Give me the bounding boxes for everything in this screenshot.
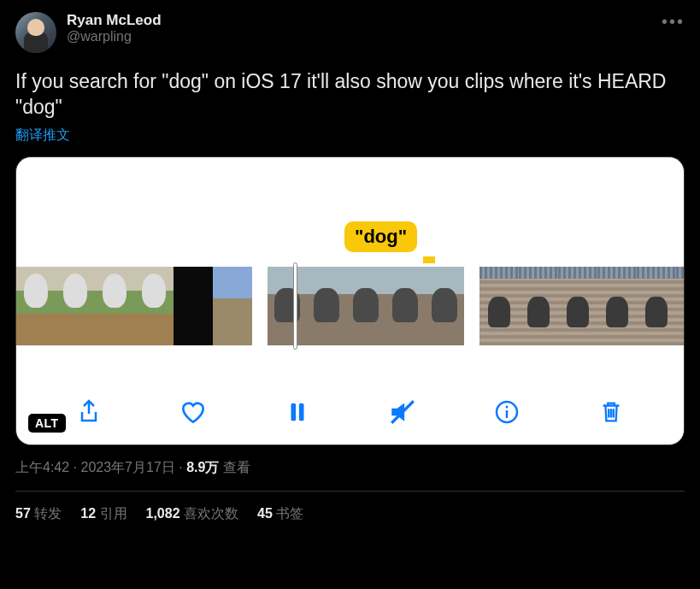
stat-bookmarks[interactable]: 45 书签 xyxy=(257,505,303,523)
caption-bubble: "dog" xyxy=(344,221,417,252)
thumbnail xyxy=(385,267,425,345)
translate-link[interactable]: 翻译推文 xyxy=(15,127,685,144)
author-names[interactable]: Ryan McLeod @warpling xyxy=(67,12,162,44)
svg-rect-0 xyxy=(291,403,297,421)
stat-retweets[interactable]: 57 转发 xyxy=(15,505,62,523)
thumbnail xyxy=(479,267,519,345)
thumbnail xyxy=(56,267,95,345)
more-icon[interactable]: ••• xyxy=(662,12,685,32)
thumbnail xyxy=(676,267,685,345)
pause-icon[interactable] xyxy=(280,395,315,429)
views-label: 查看 xyxy=(223,460,250,474)
tweet-meta: 上午4:42 · 2023年7月17日 · 8.9万 查看 xyxy=(15,459,685,477)
clip-group-2 xyxy=(268,267,464,345)
svg-rect-1 xyxy=(299,403,304,421)
display-name: Ryan McLeod xyxy=(67,12,162,29)
thumbnail xyxy=(174,267,213,345)
timestamp-date[interactable]: 2023年7月17日 xyxy=(80,460,174,474)
playhead[interactable] xyxy=(293,262,297,350)
clip-group-3 xyxy=(479,267,685,345)
timestamp-time[interactable]: 上午4:42 xyxy=(15,460,69,474)
clip-group-1 xyxy=(16,267,252,345)
alt-badge[interactable]: ALT xyxy=(28,414,66,433)
stat-quotes[interactable]: 12 引用 xyxy=(80,505,126,523)
video-timeline[interactable] xyxy=(16,267,684,345)
views-count: 8.9万 xyxy=(186,460,219,474)
thumbnail xyxy=(519,267,558,345)
share-icon[interactable] xyxy=(72,395,106,429)
handle: @warpling xyxy=(67,29,162,44)
trash-icon[interactable] xyxy=(594,395,628,429)
tweet-container: Ryan McLeod @warpling ••• If you search … xyxy=(0,0,700,523)
thumbnail xyxy=(134,267,174,345)
thumbnail xyxy=(268,267,307,345)
media-attachment[interactable]: "dog" xyxy=(15,156,685,445)
thumbnail xyxy=(346,267,385,345)
thumbnail xyxy=(16,267,56,345)
thumbnail xyxy=(558,267,597,345)
thumbnail xyxy=(637,267,676,345)
thumbnail xyxy=(95,267,134,345)
stat-likes[interactable]: 1,082 喜欢次数 xyxy=(146,505,239,523)
tweet-header: Ryan McLeod @warpling ••• xyxy=(15,12,685,53)
mute-icon[interactable] xyxy=(385,395,420,429)
avatar[interactable] xyxy=(15,12,56,53)
tweet-text: If you search for "dog" on iOS 17 it'll … xyxy=(15,68,685,120)
svg-point-4 xyxy=(505,406,508,409)
caption-tick xyxy=(423,256,435,263)
thumbnail xyxy=(307,267,346,345)
stats-row: 57 转发 12 引用 1,082 喜欢次数 45 书签 xyxy=(15,492,685,523)
thumbnail xyxy=(425,267,464,345)
thumbnail xyxy=(213,267,252,345)
thumbnail xyxy=(597,267,637,345)
heart-icon[interactable] xyxy=(176,395,210,429)
media-toolbar xyxy=(16,395,684,429)
info-icon[interactable] xyxy=(490,395,524,429)
